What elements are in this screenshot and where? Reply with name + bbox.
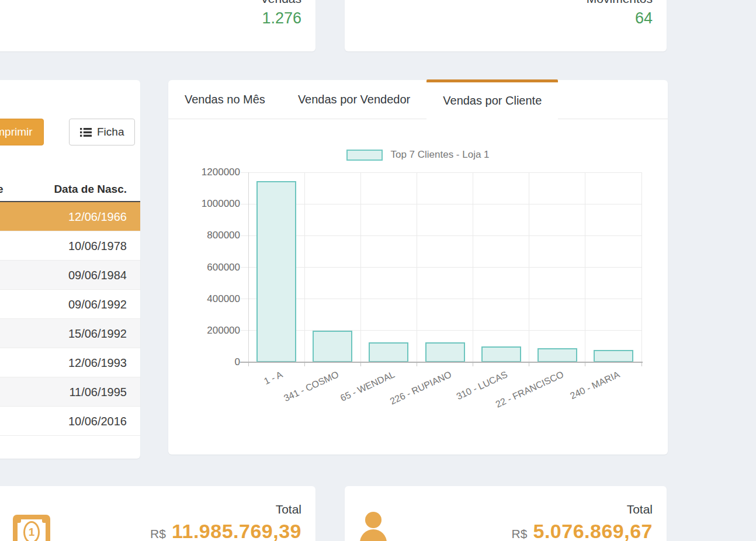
gridline-h <box>241 267 641 268</box>
print-button-label: Imprimir <box>0 126 33 138</box>
x-axis-tickmark <box>417 363 417 366</box>
total-clients-line: R$ 5.076.869,67 <box>512 520 653 541</box>
ficha-button-label: Ficha <box>97 126 124 138</box>
gridline-h <box>241 204 641 204</box>
gridline-h <box>241 299 641 299</box>
x-axis-line <box>240 362 643 363</box>
x-axis-category-label: 341 - COSMO <box>282 369 340 404</box>
ficha-button[interactable]: Ficha <box>69 119 135 145</box>
tab-vendas-no-mes[interactable]: Vendas no Mês <box>168 80 282 119</box>
total-clients-currency: R$ <box>512 527 528 541</box>
movimentos-value: 64 <box>635 9 653 27</box>
gridline-v <box>585 172 585 362</box>
row-birthdate: 09/06/1992 <box>68 297 127 311</box>
gridline-h <box>241 330 641 331</box>
table-row[interactable]: 15/06/1992 <box>0 319 140 348</box>
x-axis-tickmark <box>473 363 473 366</box>
x-axis-category-label: 240 - MARIA <box>568 369 622 401</box>
gridline-v <box>360 172 361 362</box>
x-axis-tickmark <box>529 363 529 366</box>
card-client-table: Imprimir Ficha e Data de Nasc. 12/06/196… <box>0 80 140 459</box>
x-axis-category-label: 226 - RUPIANO <box>388 369 453 407</box>
movimentos-label: Movimentos <box>587 0 653 6</box>
table-row[interactable]: 11/06/1995 <box>0 377 140 407</box>
y-axis-tick-label: 800000 <box>207 230 240 241</box>
row-birthdate: 10/06/2016 <box>68 414 127 428</box>
card-movimentos: Movimentos 64 <box>345 0 667 51</box>
tab-vendas-por-cliente[interactable]: Vendas por Cliente <box>426 79 558 119</box>
card-total-sales: 1 Total R$ 11.985.769,39 <box>0 486 315 541</box>
table-row[interactable]: 12/06/1993 <box>0 348 140 377</box>
total-clients-label: Total <box>627 502 653 516</box>
chart-bar[interactable] <box>256 181 296 362</box>
row-birthdate: 10/06/1978 <box>68 239 127 252</box>
legend-label: Top 7 Clientes - Loja 1 <box>390 149 489 161</box>
x-axis-tickmark <box>248 363 249 366</box>
table-row[interactable]: 09/06/1992 <box>0 290 140 319</box>
vendas-label: Vendas <box>261 0 301 6</box>
y-axis-tick-label: 1000000 <box>202 198 240 210</box>
y-axis-tick-label: 1200000 <box>202 167 240 178</box>
gridline-v <box>473 172 473 362</box>
row-birthdate: 09/06/1984 <box>68 268 127 282</box>
print-button[interactable]: Imprimir <box>0 119 44 145</box>
gridline-v <box>248 172 249 362</box>
chart-tabbar: Vendas no Mês Vendas por Vendedor Vendas… <box>168 80 668 119</box>
gridline-h <box>241 172 641 173</box>
chart-bar[interactable] <box>425 342 465 362</box>
row-birthdate: 11/06/1995 <box>69 385 127 398</box>
table-header-left-fragment: e <box>0 183 4 196</box>
table-row[interactable]: 09/06/1984 <box>0 261 140 290</box>
chart-bar[interactable] <box>369 342 408 362</box>
y-axis-tick-label: 400000 <box>207 293 240 305</box>
legend-swatch <box>346 150 383 161</box>
gridline-v <box>417 172 417 362</box>
vendas-value: 1.276 <box>262 9 301 27</box>
x-axis-tickmark <box>304 363 305 366</box>
row-birthdate: 12/06/1966 <box>68 210 127 223</box>
tab-vendas-por-vendedor[interactable]: Vendas por Vendedor <box>282 80 426 119</box>
chart-bar[interactable] <box>481 346 521 362</box>
chart-bar[interactable] <box>537 348 577 362</box>
gridline-h <box>241 235 641 236</box>
y-axis-tick-label: 600000 <box>207 262 240 273</box>
total-sales-label: Total <box>276 502 301 516</box>
person-icon <box>358 509 389 541</box>
money-icon: 1 <box>13 515 50 541</box>
row-birthdate: 12/06/1993 <box>68 356 127 369</box>
total-sales-line: R$ 11.985.769,39 <box>150 520 301 541</box>
total-sales-currency: R$ <box>150 527 166 541</box>
x-axis-category-label: 65 - WENDAL <box>339 369 397 404</box>
table-row[interactable]: 12/06/1966 <box>0 202 140 231</box>
gridline-v <box>641 172 642 362</box>
chart-legend[interactable]: Top 7 Clientes - Loja 1 <box>168 149 668 161</box>
table-row[interactable]: 5 10/06/1978 <box>0 231 140 261</box>
chart-bar[interactable] <box>313 331 352 362</box>
card-sales-chart: Vendas no Mês Vendas por Vendedor Vendas… <box>168 80 668 455</box>
x-axis-tickmark <box>360 363 361 366</box>
chart-plot: 0200000400000600000800000100000012000001… <box>248 172 641 362</box>
x-axis-category-label: 1 - A <box>262 369 284 387</box>
row-birthdate: 15/06/1992 <box>68 327 127 340</box>
gridline-v <box>304 172 305 362</box>
client-table: 12/06/1966 5 10/06/1978 09/06/1984 09/06… <box>0 202 140 436</box>
table-header-birthdate: Data de Nasc. <box>54 183 127 196</box>
y-axis-tick-label: 0 <box>235 356 240 368</box>
x-axis-tickmark <box>641 363 642 366</box>
table-row[interactable]: 6 10/06/2016 <box>0 407 140 436</box>
card-total-clients: Total R$ 5.076.869,67 <box>345 486 667 541</box>
dashboard-screen: Vendas 1.276 Movimentos 64 Imprimir Fich… <box>0 0 756 541</box>
list-icon <box>80 127 92 137</box>
card-vendas: Vendas 1.276 <box>0 0 315 51</box>
chart-bar[interactable] <box>594 350 633 362</box>
x-axis-tickmark <box>585 363 585 366</box>
total-sales-value: 11.985.769,39 <box>172 520 301 541</box>
y-axis-tick-label: 200000 <box>207 325 240 337</box>
total-clients-value: 5.076.869,67 <box>533 520 653 541</box>
gridline-v <box>529 172 529 362</box>
